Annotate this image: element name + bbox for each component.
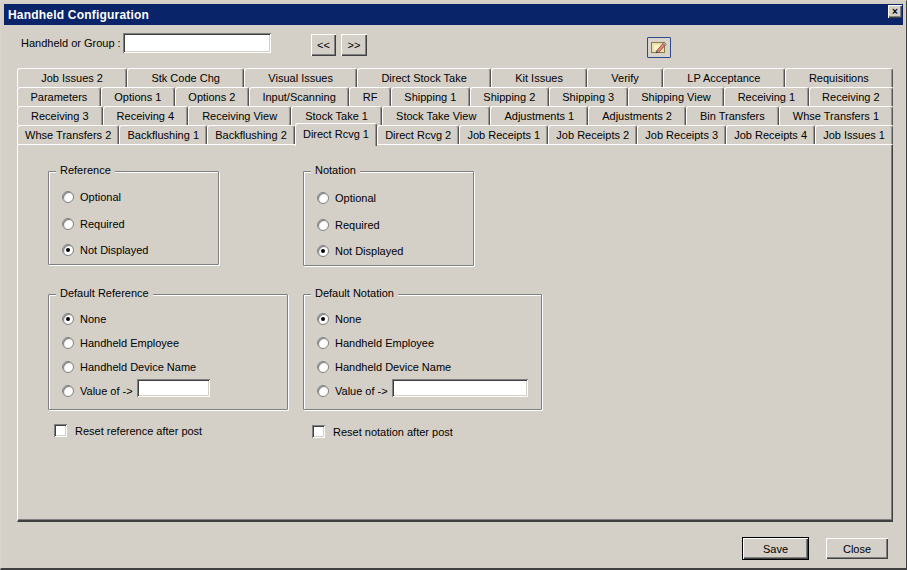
default-reference-option-value-of[interactable]: Value of -> [62,384,133,398]
reset-reference-checkbox-row[interactable]: Reset reference after post [54,424,202,437]
tab-adjustments-1[interactable]: Adjustments 1 [490,106,588,125]
default-reference-option-none[interactable]: None [62,312,106,326]
radio-icon[interactable] [317,192,329,204]
tab-receiving-4[interactable]: Receiving 4 [103,106,189,125]
tab-job-receipts-1[interactable]: Job Receipts 1 [459,125,548,144]
tab-row-3: Receiving 3 Receiving 4 Receiving View S… [17,106,893,125]
tab-job-issues-2[interactable]: Job Issues 2 [17,68,127,87]
radio-icon[interactable] [62,313,74,325]
title-bar: Handheld Configuration [4,4,903,25]
close-button[interactable]: Close [826,538,888,559]
radio-icon[interactable] [317,219,329,231]
tab-shipping-view[interactable]: Shipping View [628,87,724,106]
radio-icon[interactable] [317,385,329,397]
tab-input-scanning[interactable]: Input/Scanning [249,87,349,106]
tab-job-receipts-4[interactable]: Job Receipts 4 [726,125,815,144]
tab-receiving-3[interactable]: Receiving 3 [17,106,103,125]
edit-button[interactable] [647,37,671,58]
default-reference-option-handheld-device-name[interactable]: Handheld Device Name [62,360,196,374]
checkbox-icon[interactable] [54,424,67,437]
option-label: None [335,313,361,325]
reference-option-required[interactable]: Required [62,217,125,231]
reference-groupbox: Reference Optional Required Not Displaye… [48,171,219,265]
radio-icon[interactable] [62,244,74,256]
reset-notation-checkbox-row[interactable]: Reset notation after post [312,425,453,438]
option-label: Not Displayed [80,244,148,256]
notation-groupbox: Notation Optional Required Not Displayed [303,171,474,266]
edit-note-icon [651,40,668,55]
radio-icon[interactable] [317,245,329,257]
tab-row-2: Parameters Options 1 Options 2 Input/Sca… [17,87,893,106]
option-label: None [80,313,106,325]
default-reference-value-input[interactable] [137,379,210,397]
tab-verify[interactable]: Verify [587,68,663,87]
default-notation-group-title: Default Notation [311,287,398,299]
radio-icon[interactable] [317,313,329,325]
tab-job-issues-1[interactable]: Job Issues 1 [815,125,893,144]
notation-option-required[interactable]: Required [317,218,380,232]
reference-option-not-displayed[interactable]: Not Displayed [62,243,148,257]
default-notation-option-none[interactable]: None [317,312,361,326]
default-notation-option-handheld-employee[interactable]: Handheld Employee [317,336,434,350]
save-button[interactable]: Save [743,538,808,559]
tab-visual-issues[interactable]: Visual Issues [244,68,357,87]
tab-stock-take-view[interactable]: Stock Take View [382,106,490,125]
radio-icon[interactable] [62,191,74,203]
tab-shipping-1[interactable]: Shipping 1 [391,87,470,106]
tab-direct-rcvg-1[interactable]: Direct Rcvg 1 [295,123,377,146]
default-notation-option-handheld-device-name[interactable]: Handheld Device Name [317,360,451,374]
checkbox-icon[interactable] [312,425,325,438]
tab-stk-code-chg[interactable]: Stk Code Chg [127,68,244,87]
tab-bin-transfers[interactable]: Bin Transfers [686,106,779,125]
tab-job-receipts-2[interactable]: Job Receipts 2 [548,125,637,144]
radio-icon[interactable] [62,385,74,397]
default-reference-groupbox: Default Reference None Handheld Employee… [48,294,288,410]
tab-shipping-2[interactable]: Shipping 2 [470,87,549,106]
close-icon[interactable]: × [888,5,902,18]
reference-option-optional[interactable]: Optional [62,190,121,204]
tab-whse-transfers-2[interactable]: Whse Transfers 2 [17,125,119,144]
notation-option-optional[interactable]: Optional [317,191,376,205]
default-notation-option-value-of[interactable]: Value of -> [317,384,388,398]
option-label: Handheld Employee [335,337,434,349]
tab-shipping-3[interactable]: Shipping 3 [549,87,628,106]
tab-backflushing-2[interactable]: Backflushing 2 [207,125,295,144]
option-label: Required [335,219,380,231]
default-reference-option-handheld-employee[interactable]: Handheld Employee [62,336,179,350]
tab-strip: Job Issues 2 Stk Code Chg Visual Issues … [17,68,893,144]
tab-receiving-1[interactable]: Receiving 1 [724,87,808,106]
tab-direct-stock-take[interactable]: Direct Stock Take [357,68,491,87]
next-record-button[interactable]: >> [341,34,367,56]
notation-group-title: Notation [311,164,360,176]
tab-options-1[interactable]: Options 1 [101,87,175,106]
tab-requisitions[interactable]: Requisitions [785,68,893,87]
radio-icon[interactable] [62,337,74,349]
option-label: Handheld Employee [80,337,179,349]
tab-rf[interactable]: RF [349,87,391,106]
radio-icon[interactable] [62,218,74,230]
tab-adjustments-2[interactable]: Adjustments 2 [588,106,686,125]
tab-options-2[interactable]: Options 2 [175,87,249,106]
tab-lp-acceptance[interactable]: LP Acceptance [663,68,785,87]
tab-backflushing-1[interactable]: Backflushing 1 [119,125,207,144]
radio-icon[interactable] [317,361,329,373]
radio-icon[interactable] [317,337,329,349]
tab-kit-issues[interactable]: Kit Issues [491,68,587,87]
radio-icon[interactable] [62,361,74,373]
option-label: Value of -> [335,385,388,397]
tab-direct-rcvg-2[interactable]: Direct Rcvg 2 [377,125,459,144]
option-label: Required [80,218,125,230]
handheld-or-group-input[interactable] [123,33,271,53]
previous-record-button[interactable]: << [311,34,336,56]
reset-reference-label: Reset reference after post [75,425,202,437]
tab-job-receipts-3[interactable]: Job Receipts 3 [637,125,726,144]
reset-notation-label: Reset notation after post [333,426,453,438]
option-label: Handheld Device Name [80,361,196,373]
default-notation-value-input[interactable] [392,379,528,397]
tab-whse-transfers-1[interactable]: Whse Transfers 1 [779,106,893,125]
notation-option-not-displayed[interactable]: Not Displayed [317,244,403,258]
tab-page-direct-rcvg-1: Reference Optional Required Not Displaye… [17,144,893,522]
tab-parameters[interactable]: Parameters [17,87,101,106]
tab-receiving-view[interactable]: Receiving View [188,106,291,125]
tab-receiving-2[interactable]: Receiving 2 [809,87,893,106]
